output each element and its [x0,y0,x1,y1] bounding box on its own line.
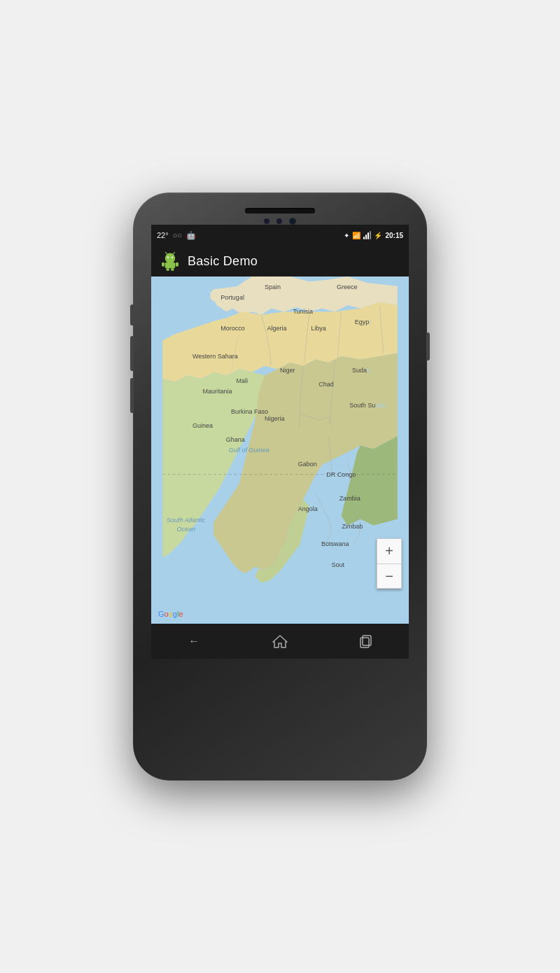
light-sensor [276,218,282,224]
temperature-display: 22° [157,231,169,239]
svg-point-0 [165,253,175,263]
signal-bars [363,231,371,239]
voicemail-icon: ○○ [173,231,182,239]
phone-speaker [245,208,315,214]
android-logo-icon [160,251,181,272]
google-g: G [158,610,164,618]
power-button[interactable] [426,332,430,360]
signal-bar-4 [370,231,371,239]
signal-bar-2 [365,234,367,239]
app-title: Basic Demo [188,254,258,269]
zoom-out-button[interactable]: − [377,564,402,589]
signal-bar-1 [363,237,365,239]
svg-rect-14 [360,638,369,648]
recents-icon [359,634,373,648]
volume-down-button[interactable] [130,378,134,413]
status-bar: 22° ○○ 🤖 ✦ 📶 ⚡ 20:15 [151,225,409,246]
volume-silent-button[interactable] [130,304,134,326]
volume-up-button[interactable] [130,336,134,371]
svg-rect-8 [167,268,169,271]
zoom-in-button[interactable]: + [377,538,402,564]
status-left: 22° ○○ 🤖 [157,231,196,240]
bluetooth-icon: ✦ [344,232,349,239]
google-watermark: Google [158,610,183,618]
app-toolbar: Basic Demo [151,246,409,276]
recents-button[interactable] [352,631,380,652]
status-time: 20:15 [385,232,403,239]
svg-rect-13 [363,636,371,645]
navigation-bar: ← [151,624,409,659]
proximity-sensor [264,218,270,224]
svg-point-2 [172,256,173,258]
battery-icon: ⚡ [374,232,382,239]
svg-marker-12 [273,636,287,648]
google-e: e [178,610,183,618]
home-icon [272,634,288,648]
map-svg [151,276,409,624]
signal-bar-3 [368,232,369,239]
svg-line-4 [173,252,174,253]
back-button[interactable]: ← [180,631,208,652]
svg-rect-5 [165,262,175,268]
front-camera [289,218,296,225]
phone-device: 22° ○○ 🤖 ✦ 📶 ⚡ 20:15 [133,192,427,780]
svg-rect-6 [162,262,164,267]
wifi-icon: 📶 [352,232,360,239]
svg-point-1 [167,256,169,258]
svg-rect-7 [176,262,178,267]
phone-screen: 22° ○○ 🤖 ✦ 📶 ⚡ 20:15 [151,225,409,659]
map-view[interactable]: Spain Portugal Greece Tunisia Morocco Al… [151,276,409,624]
phone-sensors [264,218,296,225]
svg-line-3 [165,252,167,253]
notification-icon: 🤖 [186,231,196,240]
status-right: ✦ 📶 ⚡ 20:15 [344,231,403,239]
home-button[interactable] [266,631,294,652]
svg-rect-9 [171,268,174,271]
zoom-controls: + − [377,538,402,589]
back-icon: ← [188,635,200,648]
